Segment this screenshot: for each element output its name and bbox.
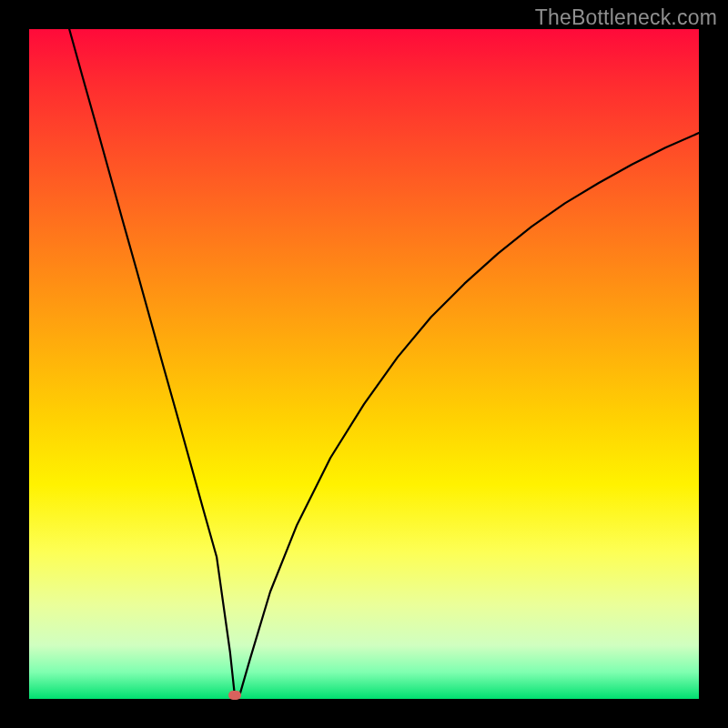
plot-area — [29, 29, 699, 699]
curve-minimum-marker — [228, 691, 241, 700]
watermark-text: TheBottleneck.com — [535, 5, 717, 30]
